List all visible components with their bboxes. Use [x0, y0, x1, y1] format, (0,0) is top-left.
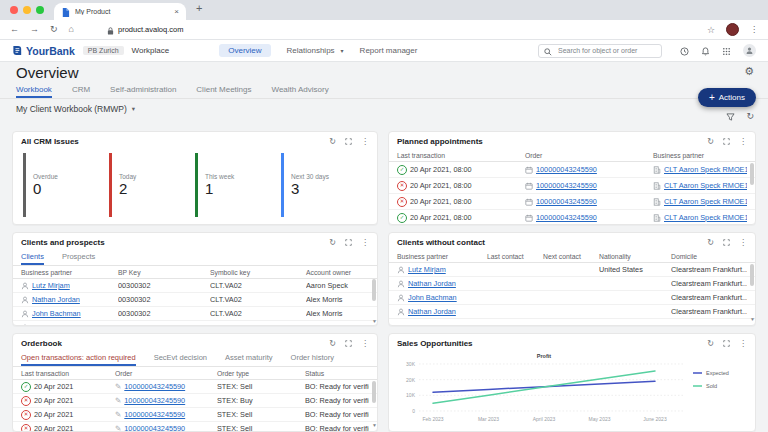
- kpi-value: 0: [33, 180, 109, 197]
- scrollbar[interactable]: ▼: [371, 380, 376, 419]
- subtab-asset-maturity[interactable]: Asset maturity: [225, 351, 273, 366]
- search-input[interactable]: [556, 46, 656, 55]
- tab-crm[interactable]: CRM: [72, 83, 90, 98]
- global-search[interactable]: [538, 44, 662, 58]
- reload-icon[interactable]: ↻: [50, 25, 58, 34]
- person-icon: [21, 296, 29, 304]
- browser-tab-strip: My Product × +: [0, 0, 768, 20]
- order-link[interactable]: 100000043245590: [536, 197, 597, 206]
- gear-icon[interactable]: ⚙: [744, 65, 754, 78]
- status-error-icon: ✕: [21, 410, 31, 420]
- order-link[interactable]: 100000043245590: [124, 424, 185, 432]
- browser-tab[interactable]: My Product ×: [54, 3, 186, 20]
- business-partner-link[interactable]: John Bachman: [32, 309, 81, 318]
- subtab-secevt-decision[interactable]: SecEvt decision: [154, 351, 207, 366]
- svg-text:May 2023: May 2023: [589, 416, 611, 422]
- browser-menu-icon[interactable]: ⋮: [750, 25, 758, 34]
- minimize-window-button[interactable]: [23, 6, 31, 14]
- kebab-menu-icon[interactable]: ⋮: [739, 138, 747, 146]
- refresh-icon[interactable]: ↻: [707, 239, 714, 247]
- table-row: ✕20 Apr 2021, 08:00100000043245590CLT Aa…: [389, 178, 755, 194]
- filter-funnel-icon[interactable]: [726, 107, 735, 125]
- forward-icon[interactable]: →: [30, 25, 39, 34]
- close-window-button[interactable]: [10, 6, 18, 14]
- order-link[interactable]: 100000043245590: [536, 165, 597, 174]
- expand-icon[interactable]: [345, 239, 352, 246]
- order-link[interactable]: 100000043245590: [124, 382, 185, 391]
- subtab-prospects[interactable]: Prospects: [62, 250, 95, 265]
- panel-title: Clients without contact: [397, 238, 485, 247]
- order-link[interactable]: 100000043245590: [536, 213, 597, 222]
- kebab-menu-icon[interactable]: ⋮: [739, 340, 747, 348]
- chevron-down-icon[interactable]: ▾: [341, 47, 344, 54]
- kpi-next-30-days: Next 30 days3: [281, 153, 367, 217]
- subtab-open-transactions-action-required[interactable]: Open transactions: action required: [21, 351, 136, 366]
- refresh-icon[interactable]: ↻: [707, 138, 714, 146]
- refresh-icon[interactable]: ↻: [329, 138, 336, 146]
- expand-icon[interactable]: [345, 138, 352, 145]
- notifications-bell-icon[interactable]: [701, 42, 710, 60]
- url-text: product.avaloq.com: [118, 25, 183, 34]
- tab-wealth-advisory[interactable]: Wealth Advisory: [271, 83, 328, 98]
- order-link[interactable]: 100000043245590: [124, 396, 185, 405]
- business-partner-link[interactable]: Lutz Mirjam: [408, 265, 446, 274]
- nav-item-overview[interactable]: Overview: [219, 44, 270, 57]
- maximize-window-button[interactable]: [36, 6, 44, 14]
- last-transaction: 20 Apr 2021, 08:00: [410, 181, 472, 190]
- expand-icon[interactable]: [723, 340, 730, 347]
- business-partner-link[interactable]: CLT Aaron Speck RMOE1: [664, 213, 747, 222]
- refresh-icon[interactable]: ↻: [746, 111, 754, 121]
- workspace-label: Workplace: [132, 46, 170, 55]
- expand-icon[interactable]: [723, 138, 730, 145]
- expand-icon[interactable]: [723, 239, 730, 246]
- refresh-icon[interactable]: ↻: [329, 340, 336, 348]
- kebab-menu-icon[interactable]: ⋮: [361, 239, 369, 247]
- actions-button[interactable]: + Actions: [698, 88, 756, 107]
- kebab-menu-icon[interactable]: ⋮: [361, 138, 369, 146]
- kpi-label: This week: [205, 173, 281, 180]
- apps-grid-icon[interactable]: [722, 42, 731, 60]
- business-partner-link[interactable]: Nathan Jordan: [408, 307, 456, 316]
- scrollbar[interactable]: ▼: [371, 278, 376, 315]
- tab-self-administration[interactable]: Self-administration: [110, 83, 176, 98]
- svg-text:0: 0: [412, 408, 415, 414]
- refresh-icon[interactable]: ↻: [329, 239, 336, 247]
- refresh-icon[interactable]: ↻: [707, 340, 714, 348]
- user-avatar[interactable]: [743, 44, 756, 57]
- table-row: Nathan Jordan00300302CLT.VA02Alex Morris: [13, 321, 377, 326]
- back-icon[interactable]: ←: [10, 25, 19, 34]
- business-partner-link[interactable]: Nathan Jordan: [408, 279, 456, 288]
- business-partner-link[interactable]: CLT Aaron Speck RMOE1: [664, 197, 747, 206]
- tab-close-icon[interactable]: ×: [174, 7, 179, 16]
- kebab-menu-icon[interactable]: ⋮: [739, 239, 747, 247]
- business-partner-link[interactable]: John Bachman: [408, 293, 457, 302]
- scrollbar[interactable]: [749, 162, 754, 216]
- business-partner-link[interactable]: CLT Aaron Speck RMOE1: [664, 181, 747, 190]
- url-field[interactable]: product.avaloq.com: [107, 21, 696, 39]
- browser-profile-avatar[interactable]: [726, 23, 739, 36]
- table-row: Lutz MirjamUnited StatesClearstream Fran…: [389, 263, 755, 277]
- brand-logo[interactable]: YourBank: [12, 42, 75, 60]
- column-header: Nationality: [599, 253, 671, 260]
- tab-workbook[interactable]: Workbook: [16, 83, 52, 98]
- business-partner-link[interactable]: Nathan Jordan: [32, 323, 80, 326]
- bookmark-star-icon[interactable]: ☆: [707, 25, 715, 35]
- workbook-selector[interactable]: My Client Workbook (RMWP) ▾: [16, 104, 135, 114]
- order-link[interactable]: 100000043245590: [536, 181, 597, 190]
- business-partner-link[interactable]: Nathan Jordan: [32, 295, 80, 304]
- history-icon[interactable]: [680, 42, 689, 60]
- nav-item-report-manager[interactable]: Report manager: [360, 46, 418, 55]
- subtab-clients[interactable]: Clients: [21, 250, 44, 265]
- nav-item-relationships[interactable]: Relationships: [287, 46, 335, 55]
- scrollbar[interactable]: ▼: [749, 263, 754, 313]
- new-tab-button[interactable]: +: [196, 2, 202, 14]
- expand-icon[interactable]: [345, 340, 352, 347]
- business-partner-link[interactable]: Lutz Mirjam: [32, 281, 70, 290]
- kebab-menu-icon[interactable]: ⋮: [361, 340, 369, 348]
- order-link[interactable]: 100000043245590: [124, 410, 185, 419]
- business-partner-link[interactable]: CLT Aaron Speck RMOE1: [664, 165, 747, 174]
- tab-title: My Product: [75, 8, 169, 15]
- tab-client-meetings[interactable]: Client Meetings: [196, 83, 251, 98]
- home-icon[interactable]: ⌂: [69, 25, 74, 34]
- subtab-order-history[interactable]: Order history: [291, 351, 334, 366]
